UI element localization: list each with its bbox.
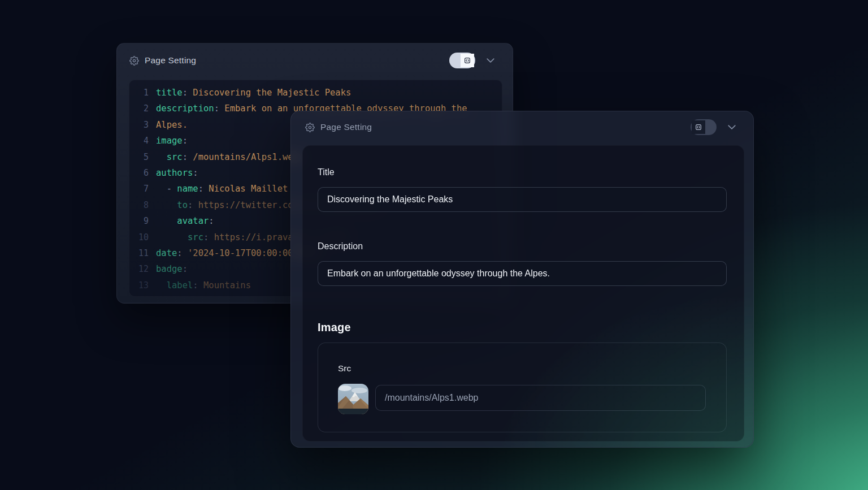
code-text: title: Discovering the Majestic Peaks	[156, 85, 351, 101]
line-number: 12	[129, 261, 149, 277]
gear-icon	[129, 56, 139, 66]
page-setting-form-panel: Page Setting Title Description Image Src	[290, 111, 754, 448]
line-number: 13	[129, 277, 149, 293]
line-number: 5	[129, 149, 149, 165]
title-field-label: Title	[318, 167, 727, 177]
line-number: 3	[129, 117, 149, 133]
line-number: 11	[129, 245, 149, 261]
panel-title: Page Setting	[320, 122, 372, 132]
description-input[interactable]	[318, 261, 727, 286]
src-field-label: Src	[338, 363, 706, 374]
code-view-toggle[interactable]	[691, 119, 717, 135]
form-panel-header: Page Setting	[291, 111, 753, 143]
line-number: 6	[129, 165, 149, 181]
title-input[interactable]	[318, 187, 727, 212]
code-text: label: Mountains	[156, 277, 251, 293]
line-number: 7	[129, 181, 149, 197]
line-number: 1	[129, 85, 149, 101]
src-input[interactable]	[375, 385, 706, 411]
line-number: 9	[129, 213, 149, 229]
line-number: 8	[129, 197, 149, 213]
panel-title: Page Setting	[145, 55, 196, 66]
code-text: src: /mountains/Alps1.webp	[156, 149, 303, 165]
src-row	[338, 384, 706, 414]
code-frame-icon	[692, 120, 705, 134]
image-thumbnail	[338, 384, 368, 414]
image-section-heading: Image	[318, 321, 727, 334]
code-frame-icon	[461, 54, 474, 67]
line-number: 4	[129, 133, 149, 149]
code-line: 1title: Discovering the Majestic Peaks	[129, 85, 502, 101]
description-field-label: Description	[318, 241, 727, 251]
gear-icon	[305, 123, 315, 132]
form-card: Title Description Image Src	[302, 145, 744, 441]
code-text: avatar:	[156, 213, 214, 229]
code-view-toggle[interactable]	[449, 53, 475, 68]
desktop-background: Page Setting 1title: Discovering the Maj…	[0, 0, 868, 490]
chevron-down-icon[interactable]	[726, 122, 737, 133]
line-number: 2	[129, 101, 149, 116]
code-text: image:	[156, 133, 188, 149]
line-number: 10	[129, 229, 149, 245]
code-panel-header: Page Setting	[117, 44, 513, 77]
code-text: badge:	[156, 261, 188, 277]
code-text: authors:	[156, 165, 198, 181]
chevron-down-icon[interactable]	[485, 55, 496, 66]
code-text: - name: Nicolas Maillet	[156, 181, 288, 197]
code-text: Alpes.	[156, 117, 188, 133]
image-group: Src	[318, 342, 727, 432]
